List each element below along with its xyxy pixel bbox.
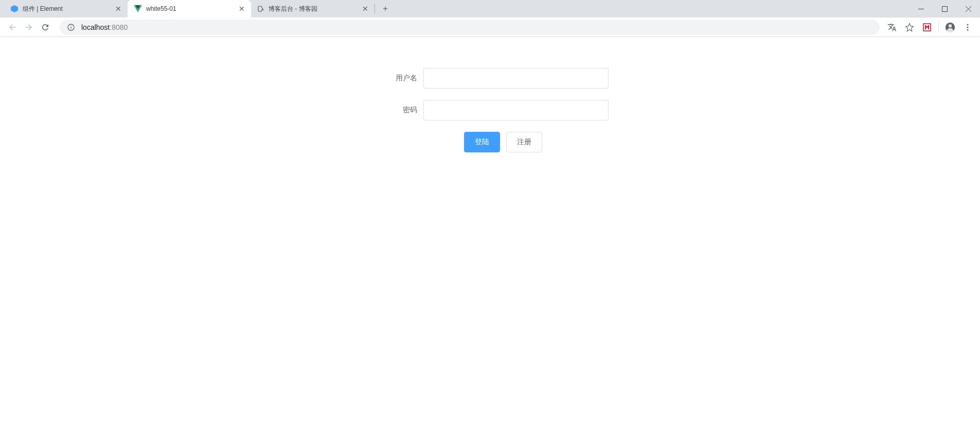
username-label: 用户名	[372, 74, 423, 83]
close-icon[interactable]: ✕	[114, 5, 122, 13]
tab-cnblogs[interactable]: 博客后台 - 博客园 ✕	[251, 0, 375, 18]
reload-button[interactable]	[37, 19, 54, 36]
window-controls	[909, 0, 980, 18]
url-port: :8080	[110, 23, 128, 31]
svg-point-12	[967, 29, 969, 30]
svg-point-9	[949, 24, 952, 27]
toolbar-right	[884, 19, 976, 36]
url-host: localhost	[81, 23, 110, 31]
translate-icon[interactable]	[884, 19, 900, 36]
username-row: 用户名	[372, 68, 609, 89]
svg-point-6	[70, 25, 71, 26]
mcafee-icon[interactable]	[919, 19, 935, 36]
close-window-button[interactable]	[956, 0, 980, 18]
star-icon[interactable]	[901, 19, 918, 36]
cnblogs-favicon	[257, 5, 264, 12]
new-tab-button[interactable]: +	[378, 2, 393, 16]
element-favicon	[10, 5, 19, 13]
tab-title: 组件 | Element	[23, 5, 110, 13]
address-bar[interactable]: localhost:8080	[60, 20, 880, 35]
page-content: 用户名 密码 登陆 注册	[0, 37, 980, 152]
tab-title: white55-01	[146, 5, 234, 12]
browser-chrome: 组件 | Element ✕ white55-01 ✕ 博客后台 - 博客园 ✕…	[0, 0, 980, 37]
password-input[interactable]	[423, 100, 609, 120]
tab-title: 博客后台 - 博客园	[269, 5, 357, 13]
password-row: 密码	[372, 100, 609, 120]
register-button[interactable]: 注册	[506, 132, 542, 152]
vue-favicon	[134, 5, 142, 13]
back-button[interactable]	[4, 19, 21, 36]
password-label: 密码	[372, 106, 423, 115]
toolbar: localhost:8080	[0, 18, 980, 37]
svg-point-11	[967, 26, 969, 28]
toolbar-divider	[938, 22, 939, 32]
svg-rect-1	[942, 6, 947, 11]
info-icon[interactable]	[67, 23, 75, 31]
tab-white55[interactable]: white55-01 ✕	[128, 0, 251, 18]
minimize-button[interactable]	[909, 0, 933, 18]
tab-element[interactable]: 组件 | Element ✕	[4, 0, 128, 18]
tab-bar: 组件 | Element ✕ white55-01 ✕ 博客后台 - 博客园 ✕…	[0, 0, 980, 18]
menu-icon[interactable]	[959, 19, 976, 36]
close-icon[interactable]: ✕	[361, 5, 369, 13]
login-button[interactable]: 登陆	[464, 132, 500, 152]
maximize-button[interactable]	[933, 0, 956, 18]
tab-separator	[375, 4, 375, 13]
username-input[interactable]	[423, 68, 609, 89]
forward-button[interactable]	[21, 19, 37, 36]
login-form: 用户名 密码 登陆 注册	[372, 68, 609, 152]
close-icon[interactable]: ✕	[238, 5, 246, 13]
form-buttons: 登陆 注册	[372, 132, 609, 152]
svg-point-10	[967, 24, 969, 25]
profile-icon[interactable]	[942, 19, 958, 36]
